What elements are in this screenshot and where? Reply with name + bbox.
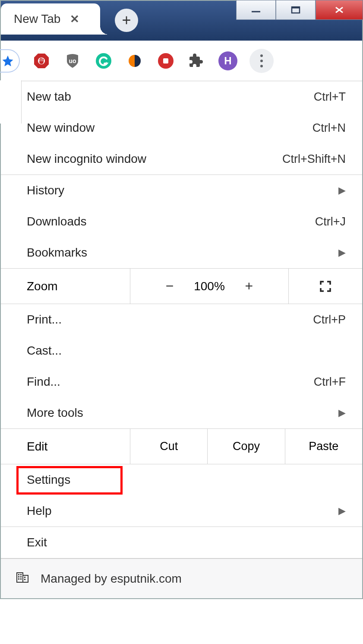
menu-item-shortcut: Ctrl+N (312, 121, 346, 135)
svg-rect-15 (20, 574, 22, 575)
menu-new-tab[interactable]: New tab Ctrl+T (1, 81, 362, 112)
edit-cut-button[interactable]: Cut (130, 429, 208, 464)
menu-bookmarks[interactable]: Bookmarks ▶ (1, 237, 362, 268)
building-icon (16, 570, 29, 587)
menu-item-label: New incognito window (27, 152, 146, 166)
menu-item-shortcut: Ctrl+F (314, 375, 346, 389)
new-tab-button[interactable]: + (115, 9, 138, 32)
browser-tab[interactable]: New Tab ✕ (1, 3, 100, 35)
edit-label: Edit (1, 429, 130, 464)
menu-item-label: Bookmarks (27, 246, 87, 260)
svg-rect-12 (17, 573, 23, 582)
profile-avatar[interactable]: H (218, 51, 237, 70)
menu-item-label: Exit (27, 536, 47, 549)
menu-item-shortcut: Ctrl+J (315, 215, 346, 228)
kebab-menu-button[interactable] (249, 49, 274, 73)
menu-item-label: Find... (27, 375, 60, 389)
svg-rect-16 (18, 576, 19, 577)
menu-edit-row: Edit Cut Copy Paste (1, 429, 362, 464)
chrome-menu: New tab Ctrl+T New window Ctrl+N New inc… (1, 81, 362, 598)
svg-text:uo: uo (69, 57, 76, 64)
menu-more-tools[interactable]: More tools ▶ (1, 397, 362, 428)
menu-item-shortcut: Ctrl+Shift+N (282, 152, 346, 166)
menu-item-label: More tools (27, 406, 83, 420)
menu-downloads[interactable]: Downloads Ctrl+J (1, 206, 362, 237)
tab-title: New Tab (14, 12, 60, 26)
grammarly-icon[interactable] (94, 51, 113, 70)
menu-item-label: History (27, 184, 64, 197)
svg-rect-11 (163, 58, 168, 63)
svg-rect-18 (18, 578, 19, 580)
menu-item-label: Help (27, 504, 52, 518)
menu-item-shortcut: Ctrl+T (314, 90, 346, 104)
close-tab-icon[interactable]: ✕ (70, 13, 79, 26)
menu-cast[interactable]: Cast... (1, 335, 362, 366)
ublock-icon[interactable]: uo (63, 51, 82, 70)
maximize-button[interactable] (276, 0, 316, 20)
window-controls (236, 0, 363, 20)
submenu-arrow-icon: ▶ (338, 185, 346, 196)
profile-letter: H (224, 55, 231, 67)
menu-find[interactable]: Find... Ctrl+F (1, 366, 362, 397)
svg-rect-19 (20, 578, 22, 580)
edit-copy-button[interactable]: Copy (208, 429, 285, 464)
menu-item-shortcut: Ctrl+P (313, 313, 346, 327)
fullscreen-button[interactable] (289, 269, 362, 304)
svg-rect-21 (24, 579, 25, 580)
menu-zoom-row: Zoom − 100% + (1, 269, 362, 304)
managed-by-text: Managed by esputnik.com (41, 572, 182, 586)
submenu-arrow-icon: ▶ (338, 505, 346, 517)
menu-history[interactable]: History ▶ (1, 175, 362, 206)
zoom-out-button[interactable]: − (161, 278, 178, 294)
toolbar: ✋ uo H (1, 41, 362, 81)
menu-item-label: Print... (27, 313, 62, 327)
zoom-in-button[interactable]: + (240, 278, 258, 294)
edit-paste-button[interactable]: Paste (285, 429, 362, 464)
extensions-icon[interactable] (187, 51, 206, 70)
svg-rect-20 (24, 577, 25, 578)
zoom-label: Zoom (1, 269, 130, 304)
svg-rect-17 (20, 576, 22, 577)
menu-help[interactable]: Help ▶ (1, 495, 362, 527)
similarweb-icon[interactable] (125, 51, 144, 70)
svg-rect-14 (18, 574, 19, 575)
submenu-arrow-icon: ▶ (338, 407, 346, 419)
browser-window: New Tab ✕ + ✋ uo (0, 0, 363, 599)
menu-new-incognito[interactable]: New incognito window Ctrl+Shift+N (1, 143, 362, 174)
menu-print[interactable]: Print... Ctrl+P (1, 304, 362, 335)
managed-by-footer[interactable]: Managed by esputnik.com (1, 558, 362, 598)
bookmark-star-button[interactable] (0, 49, 20, 73)
close-window-button[interactable] (316, 0, 363, 20)
menu-item-label: Settings (27, 473, 70, 487)
record-icon[interactable] (156, 51, 175, 70)
title-bar: New Tab ✕ + (1, 1, 362, 41)
zoom-level: 100% (194, 279, 225, 293)
svg-point-9 (96, 53, 111, 69)
menu-new-window[interactable]: New window Ctrl+N (1, 112, 362, 143)
menu-item-label: Cast... (27, 344, 62, 358)
minimize-button[interactable] (236, 0, 276, 20)
adblock-icon[interactable]: ✋ (32, 51, 51, 70)
menu-item-label: New window (27, 121, 95, 135)
menu-item-label: Downloads (27, 215, 87, 228)
menu-exit[interactable]: Exit (1, 527, 362, 558)
menu-item-label: New tab (27, 90, 71, 104)
submenu-arrow-icon: ▶ (338, 247, 346, 258)
menu-settings[interactable]: Settings (1, 464, 362, 495)
